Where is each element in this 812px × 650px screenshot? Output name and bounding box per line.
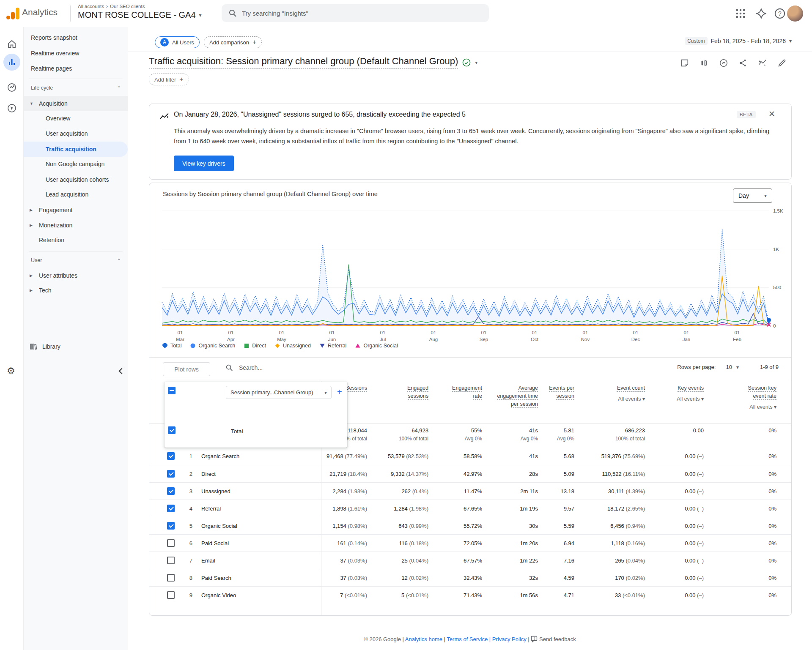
sessions-cell: 91,468 (77.49%) bbox=[326, 453, 367, 459]
granularity-select[interactable]: Day▾ bbox=[733, 188, 772, 203]
user-avatar[interactable] bbox=[787, 5, 803, 22]
nav-non-google-campaign[interactable]: Non Google campaign bbox=[24, 156, 128, 172]
expand-arrow-icon[interactable]: ▶ bbox=[30, 202, 33, 218]
nav-acquisition[interactable]: ▼Acquisition bbox=[24, 96, 128, 111]
column-header-engagement-rate[interactable]: Engagement rate bbox=[442, 384, 482, 400]
nav-traffic-acquisition-selected[interactable]: Traffic acquisition bbox=[24, 142, 128, 157]
close-icon[interactable]: ✕ bbox=[768, 109, 775, 119]
total-row-checkbox[interactable] bbox=[168, 426, 176, 434]
add-comparison-chip[interactable]: Add comparison+ bbox=[204, 36, 262, 48]
nav-user-attributes[interactable]: ▶User attributes bbox=[24, 268, 128, 283]
explore-icon[interactable] bbox=[7, 82, 17, 93]
edit-pencil-icon[interactable] bbox=[777, 58, 787, 68]
table-row-email: 7Email37 (0.03%)25 (0.04%)67.57%1m 22s7.… bbox=[149, 552, 791, 569]
gemini-sparkle-icon[interactable] bbox=[755, 8, 767, 19]
svg-text:01: 01 bbox=[279, 330, 285, 335]
row-checkbox[interactable] bbox=[167, 557, 175, 564]
realtime-icon[interactable] bbox=[719, 58, 728, 68]
breadcrumb[interactable]: All accounts › Our SEO clients bbox=[78, 3, 145, 9]
svg-text:?: ? bbox=[778, 10, 782, 17]
comparison-bars-icon[interactable] bbox=[700, 58, 709, 68]
svg-text:Jun: Jun bbox=[328, 337, 336, 342]
nav-lead-acquisition[interactable]: Lead acquisition bbox=[24, 187, 128, 202]
column-header-key-events[interactable]: Key eventsAll events ▾ bbox=[664, 384, 704, 403]
traffic-acquisition-card: Sessions by Session primary channel grou… bbox=[149, 183, 792, 616]
apps-grid-icon[interactable] bbox=[735, 8, 746, 19]
nav-monetization[interactable]: ▶Monetization bbox=[24, 218, 128, 233]
engagement-rate-cell: 72.05% bbox=[464, 540, 482, 546]
column-header-session-key-event-rate[interactable]: Session key event rateAll events ▾ bbox=[736, 384, 776, 411]
column-header-event-count[interactable]: Event countAll events ▾ bbox=[605, 384, 645, 403]
insights-icon[interactable] bbox=[758, 58, 767, 68]
admin-gear-icon[interactable]: ⚙ bbox=[7, 366, 17, 376]
row-checkbox[interactable] bbox=[167, 522, 175, 530]
plot-rows-button[interactable]: Plot rows bbox=[163, 362, 210, 376]
collapse-section-icon[interactable]: ⌃ bbox=[117, 80, 121, 96]
breadcrumb-seo-clients[interactable]: Our SEO clients bbox=[110, 4, 145, 9]
nav-section-user[interactable]: User⌃ bbox=[24, 253, 128, 268]
sessions-cell: 1,154 (0.98%) bbox=[332, 523, 367, 529]
add-dimension-icon[interactable]: + bbox=[337, 387, 342, 397]
snapshot-note-icon[interactable] bbox=[680, 58, 689, 68]
row-checkbox[interactable] bbox=[167, 505, 175, 512]
expand-arrow-icon[interactable]: ▶ bbox=[30, 218, 33, 233]
add-filter-chip[interactable]: Add filter+ bbox=[149, 74, 189, 85]
privacy-link[interactable]: Privacy Policy bbox=[492, 636, 527, 642]
expand-arrow-icon[interactable]: ▶ bbox=[30, 283, 33, 298]
nav-library[interactable]: Library bbox=[24, 339, 128, 354]
nav-section-lifecycle[interactable]: Life cycle⌃ bbox=[24, 80, 128, 96]
collapse-section-icon[interactable]: ⌃ bbox=[117, 253, 121, 268]
nav-engagement[interactable]: ▶Engagement bbox=[24, 202, 128, 218]
caret-down-icon[interactable]: ▾ bbox=[475, 60, 477, 66]
expand-arrow-icon[interactable]: ▶ bbox=[30, 268, 33, 283]
key-events-cell: 0.00 (–) bbox=[685, 523, 704, 529]
terms-link[interactable]: Terms of Service bbox=[447, 636, 488, 642]
svg-text:01: 01 bbox=[431, 330, 436, 335]
select-all-checkbox[interactable] bbox=[168, 387, 176, 394]
event-count-cell: 30,111 (4.39%) bbox=[608, 488, 645, 494]
row-checkbox[interactable] bbox=[167, 539, 175, 547]
session-key-event-rate-cell: 0% bbox=[768, 575, 776, 581]
nav-retention[interactable]: Retention bbox=[24, 232, 128, 248]
row-checkbox[interactable] bbox=[167, 470, 175, 478]
date-range-picker[interactable]: Custom Feb 18, 2025 - Feb 18, 2026 ▾ bbox=[685, 37, 792, 45]
nav-user-acquisition-cohorts[interactable]: User acquisition cohorts bbox=[24, 172, 128, 187]
analytics-home-link[interactable]: Analytics home bbox=[405, 636, 442, 642]
global-search-input[interactable]: Try searching "Insights" bbox=[222, 4, 489, 22]
nav-reports-snapshot[interactable]: Reports snapshot bbox=[24, 30, 128, 45]
engagement-rate-cell: 32.43% bbox=[464, 575, 482, 581]
breadcrumb-all-accounts[interactable]: All accounts bbox=[78, 4, 104, 9]
nav-realtime-pages[interactable]: Realtime pages bbox=[24, 61, 128, 76]
column-header-average-engagement-time-per-session[interactable]: Average engagement time per session bbox=[491, 384, 538, 408]
view-key-drivers-button[interactable]: View key drivers bbox=[174, 156, 234, 171]
table-search-input[interactable]: Search... bbox=[225, 364, 263, 371]
send-feedback-link[interactable]: Send feedback bbox=[539, 636, 576, 642]
expand-arrow-icon[interactable]: ▼ bbox=[30, 96, 33, 111]
property-selector[interactable]: MONT ROSE COLLEGE - GA4 ▾ bbox=[78, 10, 202, 20]
row-checkbox[interactable] bbox=[167, 452, 175, 460]
svg-text:1K: 1K bbox=[773, 247, 779, 252]
help-icon[interactable]: ? bbox=[774, 8, 786, 19]
all-users-segment-chip[interactable]: A All Users bbox=[155, 36, 200, 48]
events-per-session-cell: 5.59 bbox=[564, 523, 574, 529]
home-icon[interactable] bbox=[7, 39, 17, 49]
share-icon[interactable] bbox=[738, 58, 748, 68]
column-header-events-per-session[interactable]: Events per session bbox=[548, 384, 574, 400]
key-events-cell: 0.00 (–) bbox=[685, 592, 704, 598]
nav-overview[interactable]: Overview bbox=[24, 111, 128, 126]
nav-tech[interactable]: ▶Tech bbox=[24, 283, 128, 298]
row-checkbox[interactable] bbox=[167, 487, 175, 495]
row-checkbox[interactable] bbox=[167, 591, 175, 599]
advertising-icon[interactable] bbox=[7, 103, 17, 113]
dimension-selector[interactable]: Session primary...Channel Group)▾ bbox=[226, 386, 332, 399]
nav-user-acquisition[interactable]: User acquisition bbox=[24, 126, 128, 141]
session-key-event-rate-cell: 0% bbox=[768, 488, 776, 494]
column-header-engaged-sessions[interactable]: Engaged sessions bbox=[395, 384, 428, 400]
rows-per-page-value[interactable]: 10 bbox=[726, 364, 732, 370]
reports-icon-selected[interactable] bbox=[3, 54, 20, 71]
report-valid-check-icon[interactable] bbox=[462, 58, 471, 67]
caret-down-icon[interactable]: ▾ bbox=[736, 364, 739, 370]
collapse-sidenav-icon[interactable] bbox=[114, 364, 128, 378]
row-checkbox[interactable] bbox=[167, 574, 175, 582]
nav-realtime-overview[interactable]: Realtime overview bbox=[24, 46, 128, 61]
